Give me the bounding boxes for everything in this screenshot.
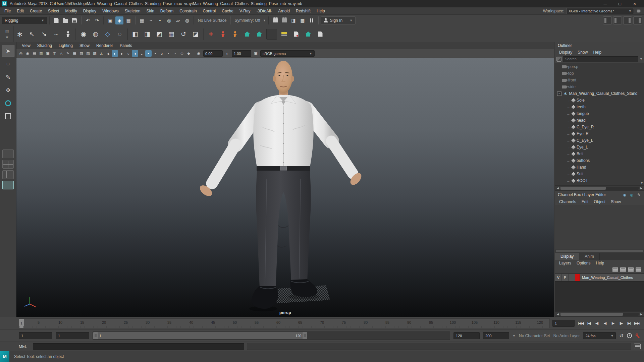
step-forward-key-button[interactable]: |▶ [618,320,625,327]
cb-menu-show[interactable]: Show [608,199,624,204]
bind-skin-icon[interactable]: ◧ [129,28,141,40]
loop-playback-icon[interactable]: ↺ [619,333,624,339]
camera-attributes-icon[interactable]: ▤ [31,50,38,57]
outliner-item-hand[interactable]: →Hand [555,164,644,171]
gate-mask-icon[interactable]: ▩ [92,50,98,57]
outliner-item-buttons[interactable]: →buttons [555,157,644,164]
select-tool[interactable]: ➤ [2,45,14,57]
ik-spline-handle-icon[interactable]: ↘ [38,28,50,40]
outliner-item-front[interactable]: front [555,77,644,83]
shaded-display-icon[interactable]: ○ [125,50,131,57]
insert-joint-icon[interactable]: ~ [50,28,62,40]
script-editor-icon[interactable] [634,344,641,349]
wrap-deformer-icon[interactable]: ◌ [114,28,126,40]
sign-in-button[interactable]: Sign In ▼ [321,16,356,24]
layer-display-type-toggle[interactable] [569,274,575,281]
outliner-item-c-eye-r[interactable]: →C_Eye_R [555,124,644,130]
default-material-icon[interactable]: ● [118,50,125,57]
outliner-item-top[interactable]: top [555,70,644,77]
multisample-aa-icon[interactable]: ▪ [165,50,172,57]
exposure-icon[interactable]: ◉ [196,50,202,57]
detach-skin-icon[interactable]: ◨ [141,28,153,40]
file-flag-icon[interactable] [314,28,326,40]
chevron-down-icon[interactable]: ▼ [513,334,516,338]
annotate-icon[interactable] [290,28,302,40]
create-joint-icon[interactable]: ∗ [14,28,26,40]
menu-arnold[interactable]: Arnold [275,7,293,15]
layer-color-swatch[interactable] [575,274,580,281]
minimize-button[interactable]: ─ [598,0,612,7]
outliner-menu-show[interactable]: Show [575,50,590,55]
scroll-left-icon[interactable]: ◀ [556,187,560,190]
menu-windows[interactable]: Windows [99,7,122,15]
layer-visibility-toggle[interactable]: V [555,274,562,281]
chevron-down-icon[interactable]: ▼ [640,57,643,61]
lasso-tool[interactable]: ◌ [2,58,14,70]
select-component-icon[interactable]: ▦ [124,16,132,24]
toggle-channel-box-icon[interactable] [633,16,642,24]
range-slider-track[interactable]: 1 120 [93,331,450,340]
select-camera-icon[interactable]: ◎ [18,50,24,57]
softmod-icon[interactable]: ◍ [90,28,102,40]
xgen-create-groom-icon[interactable] [241,28,253,40]
range-slider-bar[interactable]: 1 120 [93,332,307,339]
animation-end-field[interactable]: 200 [483,332,509,339]
shelf-tab-selector[interactable]: ▤ ★ [1,26,14,42]
menu-select[interactable]: Select [45,7,62,15]
step-forward-frame-button[interactable]: ▶| [626,320,633,327]
cluster-icon[interactable]: ◉ [77,28,90,40]
step-back-key-button[interactable]: ◀| [593,320,600,327]
layer-editor-scrollbar[interactable]: ◀ ▶ [555,311,644,317]
toggle-attribute-editor-icon[interactable] [613,16,622,24]
toggle-toolbox-icon[interactable] [603,16,612,24]
range-end-handle[interactable] [303,332,307,339]
screen-space-ao-icon[interactable]: ◔ [152,50,158,57]
display-layer-row[interactable]: V P Man_Wearing_Casual_Clothes [555,274,644,282]
pause-icon[interactable] [308,16,316,24]
separator[interactable] [193,16,195,24]
tab-display-layers[interactable]: Display [555,253,579,260]
le-menu-options[interactable]: Options [574,261,593,265]
render-settings-icon[interactable]: ◨ [289,16,298,24]
layout-outliner-persp-button[interactable] [2,181,14,189]
move-tool[interactable]: ✥ [2,84,14,96]
cb-menu-object[interactable]: Object [591,199,608,204]
motion-blur-icon[interactable]: ◕ [159,50,165,57]
scrollbar-thumb[interactable] [560,187,606,190]
layer-name[interactable]: Man_Wearing_Casual_Clothes [580,274,644,281]
outliner-item-belt[interactable]: →Belt [555,150,644,157]
paint-skin-weights-icon[interactable]: ◩ [153,28,165,40]
exposure-field[interactable]: 0.00 [203,50,223,57]
ik-handle-icon[interactable]: ↖ [26,28,38,40]
scroll-right-icon[interactable]: ▶ [639,187,643,190]
panel-menu-lighting[interactable]: Lighting [55,42,76,49]
menu-cache[interactable]: Cache [219,7,236,15]
depth-of-field-icon[interactable]: ▫ [172,50,178,57]
remove-influence-icon[interactable] [217,28,229,40]
menu-edit[interactable]: Edit [14,7,27,15]
shadows-icon[interactable]: ◓ [145,50,152,57]
save-scene-icon[interactable] [70,16,78,24]
add-influence-icon[interactable]: + [205,28,217,40]
outliner-item-eye-l[interactable]: →Eye_L [555,144,644,150]
snap-grid-icon[interactable]: ▦ [138,16,146,24]
toggle-tool-settings-icon[interactable] [623,16,632,24]
go-to-start-button[interactable]: |◀◀ [577,320,584,327]
character-set-icon[interactable]: ◉ [622,192,627,197]
outliner-item-root[interactable]: − ∗ Man_Wearing_Casual_Clothes_Stand [555,90,644,97]
outliner-item-suit[interactable]: →Suit [555,171,644,177]
outliner-menu-help[interactable]: Help [590,50,604,55]
le-menu-layers[interactable]: Layers [556,261,574,265]
safe-action-icon[interactable]: ◮ [105,50,111,57]
menu-vray[interactable]: V-Ray [236,7,254,15]
outliner-item-boot[interactable]: →BOOT [555,177,644,184]
separator[interactable] [268,16,270,24]
gamma-field[interactable]: 1.00 [232,50,251,57]
panel-menu-show[interactable]: Show [76,42,93,49]
outliner-tree[interactable]: persp top front side − ∗ Man_Wearing_Cas… [555,63,644,185]
menu-control[interactable]: Control [200,7,219,15]
image-plane-icon[interactable]: ▣ [45,50,51,57]
snap-point-icon[interactable]: • [156,16,164,24]
tab-anim-layers[interactable]: Anim [579,253,599,260]
new-layer-from-selected-icon[interactable] [636,267,641,272]
